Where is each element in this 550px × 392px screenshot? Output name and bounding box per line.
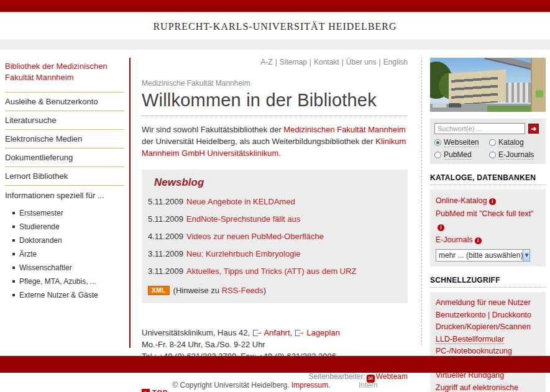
news-row: 5.11.2009 EndNote-Sprechstunde fällt aus — [148, 214, 400, 224]
bullet-icon — [12, 226, 15, 228]
sidebar-item-lernort-bibliothek[interactable]: Lernort Bibliothek — [5, 167, 124, 185]
intro-text: . — [278, 148, 281, 158]
news-row: 3.11.2009 Aktuelles, Tipps und Tricks (A… — [148, 267, 400, 276]
radio-webseiten[interactable]: Webseiten — [434, 138, 489, 147]
catalog-row: PubMed mit "Check full text"i — [436, 207, 540, 234]
info-icon[interactable]: i — [489, 198, 496, 205]
impressum-link[interactable]: Impressum. — [291, 381, 331, 390]
sub-item-label: Ärzte — [19, 250, 37, 258]
top-red-bar — [0, 0, 550, 12]
header-band: RUPRECHT-KARLS-UNIVERSITÄT HEIDELBERG — [0, 13, 550, 39]
rss-feeds-link[interactable]: RSS-Feeds — [222, 286, 264, 295]
bottom-red-bar — [0, 356, 550, 373]
webteam-link[interactable]: Webteam — [376, 372, 408, 381]
radio-button-icon — [489, 152, 496, 158]
bullet-icon — [12, 294, 15, 296]
lageplan-link[interactable]: Lageplan — [306, 328, 340, 337]
university-title: RUPRECHT-KARLS-UNIVERSITÄT HEIDELBERG — [0, 13, 550, 32]
pc-notebook-link[interactable]: PC-/Notebooknutzung — [436, 347, 512, 355]
xml-feed-badge[interactable]: XML — [148, 286, 170, 295]
search-submit-arrow-button[interactable]: ➜ — [528, 124, 539, 134]
bullet-icon — [12, 280, 15, 283]
photo-sign — [536, 90, 543, 98]
benutzerkonto-link[interactable]: Benutzerkonto | Druckkonto — [436, 311, 531, 319]
rss-row: XML (Hinweise zu RSS-Feeds) — [148, 286, 400, 295]
catalogs-box: Online-Katalogi PubMed mit "Check full t… — [430, 189, 546, 267]
sidebar-item-doktoranden[interactable]: Doktoranden — [5, 234, 124, 247]
copyright-text: © Copyright Universität Heidelberg. — [172, 381, 289, 390]
radio-button-icon — [489, 139, 496, 146]
news-link[interactable]: Aktuelles, Tipps und Tricks (ATT) aus de… — [186, 267, 357, 276]
sidebar-item-ausleihe[interactable]: Ausleihe & Benutzerkonto — [5, 93, 124, 111]
sidebar-library-title[interactable]: Bibliothek der Medizinischen Fakultät Ma… — [5, 61, 124, 83]
page-title: Willkommen in der Bibliothek — [142, 90, 408, 111]
news-link[interactable]: Neu: Kurzlehrbuch Embryologie — [186, 249, 301, 258]
anfahrt-link[interactable]: Anfahrt — [264, 328, 290, 337]
news-date: 4.11.2009 — [148, 232, 186, 241]
secondary-bar — [0, 39, 550, 50]
more-catalogs-select[interactable]: mehr ... (bitte auswählen) ▼ — [436, 249, 530, 262]
rss-hint-text: (Hinweise zu — [173, 286, 222, 295]
sub-item-label: Studierende — [19, 222, 60, 231]
radio-label: Katalog — [498, 138, 524, 147]
sidebar-item-elektronische-medien[interactable]: Elektronische Medien — [5, 130, 124, 148]
radio-label: E-Journals — [498, 150, 534, 160]
rss-hint-text: ) — [264, 286, 266, 295]
online-katalog-link[interactable]: Online-Katalog — [436, 196, 487, 205]
news-date: 5.11.2009 — [148, 197, 186, 206]
news-row: 4.11.2009 Videos zur neuen PubMed-Oberfl… — [148, 232, 400, 241]
catalog-row: E-Journalsi — [436, 234, 540, 247]
sidebar-item-dokumentlieferung[interactable]: Dokumentlieferung — [5, 148, 124, 166]
lld-bestellformular-link[interactable]: LLD-Bestellformular — [436, 335, 504, 344]
intro-text: Wir sind sowohl Fakultätsbibliothek der — [142, 125, 283, 134]
address-text: Universitätsklinikum, Haus 42, — [142, 328, 252, 337]
sub-item-label: Erstsemester — [19, 209, 63, 217]
info-icon[interactable]: i — [475, 237, 482, 244]
bullet-icon — [12, 239, 15, 242]
nav-link-ueber-uns[interactable]: Über uns — [346, 58, 377, 66]
bullet-icon — [12, 253, 15, 255]
radio-button-icon — [434, 152, 441, 158]
anmeldung-link[interactable]: Anmeldung für neue Nutzer — [436, 298, 531, 307]
sidebar-red-divider — [129, 58, 131, 348]
sidebar-item-erstsemester[interactable]: Erstsemester — [5, 206, 124, 220]
news-date: 3.11.2009 — [148, 267, 186, 276]
sidebar-item-literatursuche[interactable]: Literatursuche — [5, 111, 124, 129]
nav-link-english[interactable]: English — [383, 58, 408, 66]
select-value: mehr ... (bitte auswählen) — [436, 251, 523, 260]
intro-paragraph: Wir sind sowohl Fakultätsbibliothek der … — [142, 124, 408, 159]
photo-building — [506, 83, 533, 103]
radio-katalog[interactable]: Katalog — [489, 138, 542, 147]
nav-link-kontakt[interactable]: Kontakt — [314, 58, 339, 66]
chevron-down-icon: ▼ — [523, 250, 529, 261]
news-date: 3.11.2009 — [148, 249, 186, 258]
nav-link-az[interactable]: A-Z — [260, 58, 272, 66]
radio-pubmed[interactable]: PubMed — [434, 150, 489, 160]
sidebar-item-pflege[interactable]: Pflege, MTA, Azubis, ... — [5, 275, 124, 288]
editor-label: Seitenbearbeiter: — [308, 372, 365, 381]
main-content: A-Z|Sitemap|Kontakt|Über uns|English Med… — [142, 58, 408, 392]
ejournals-link[interactable]: E-Journals — [436, 235, 473, 244]
info-icon[interactable]: i — [438, 224, 444, 231]
sidebar-item-externe-nutzer[interactable]: Externe Nutzer & Gäste — [5, 288, 124, 302]
radio-ejournals[interactable]: E-Journals — [489, 150, 542, 160]
link-medizinische-fakultaet[interactable]: Medizinischen Fakultät Mannheim — [283, 125, 406, 134]
sidebar-item-aerzte[interactable]: Ärzte — [5, 247, 124, 261]
intern-link[interactable]: Intern — [359, 381, 378, 390]
news-link[interactable]: EndNote-Sprechstunde fällt aus — [186, 214, 301, 224]
sidebar-sub-items: Erstsemester Studierende Doktoranden Ärz… — [5, 206, 124, 302]
right-sidebar: ➜ Webseiten Katalog PubMed E-Journals KA… — [430, 58, 546, 392]
drucken-link[interactable]: Drucken/Kopieren/Scannen — [436, 322, 531, 331]
nav-link-sitemap[interactable]: Sitemap — [280, 58, 307, 66]
sidebar-item-studierende[interactable]: Studierende — [5, 220, 124, 234]
pubmed-link[interactable]: PubMed mit "Check full text" — [436, 209, 534, 218]
address-line-2: Mo.-Fr. 8-24 Uhr, Sa./So. 9-22 Uhr — [142, 339, 408, 350]
service-nav: A-Z|Sitemap|Kontakt|Über uns|English — [142, 58, 408, 66]
newsblog-title: Newsblog — [148, 176, 400, 189]
address-line-1: Universitätsklinikum, Haus 42, Anfahrt, … — [142, 327, 408, 339]
sidebar-item-wissenschaftler[interactable]: Wissenschaftler — [5, 261, 124, 275]
external-link-icon — [253, 329, 262, 335]
news-link[interactable]: Neue Angebote in KELDAmed — [186, 197, 295, 206]
search-input[interactable] — [434, 123, 525, 134]
news-link[interactable]: Videos zur neuen PubMed-Oberfläche — [186, 232, 324, 241]
